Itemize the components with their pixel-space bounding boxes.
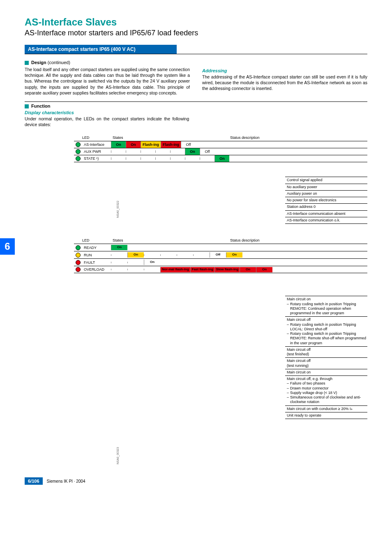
state-cell: Off (181, 141, 196, 148)
page-header: AS-Interface Slaves AS-Interface motor s… (25, 16, 367, 37)
status-description-item: AS-Interface communication absent (285, 210, 367, 217)
state-cell: Off (200, 148, 214, 155)
diagram-row: OVERLOADNor-mal flash-ingFast flash-ingS… (74, 266, 367, 273)
led-row-label: OVERLOAD (82, 266, 111, 273)
section-bar: AS-Interface compact starters IP65 (400 … (25, 45, 177, 54)
state-cell (170, 157, 185, 160)
state-cell: On (144, 260, 160, 265)
display-characteristics-body: Under normal operation, the LEDs on the … (25, 116, 189, 127)
state-cell (111, 262, 127, 263)
state-cell (193, 254, 210, 256)
state-cell (160, 254, 177, 256)
state-cell: Off (210, 252, 226, 258)
col-led: LED (82, 238, 111, 242)
square-bullet-icon (25, 104, 29, 108)
page-number: 6/106 (25, 477, 43, 485)
led-circle-icon (76, 253, 81, 258)
col-status: Status description (218, 238, 260, 242)
led-row-label: STATE ¹) (82, 155, 111, 162)
status-description-item: Station address 0 (285, 203, 367, 210)
state-cell (111, 157, 126, 160)
diagram-row: STATE ¹)On (74, 155, 367, 162)
status-description-item: Control signal applied (285, 177, 367, 183)
function-heading-text: Function (31, 104, 50, 108)
col-status: Status description (218, 136, 260, 140)
diagram-row: AUX PWROnOff (74, 148, 367, 155)
state-cell (127, 269, 144, 270)
status-description-item: Main circuit on with conduction ≥ 20% Iₙ (285, 405, 367, 412)
diagram-ref-1: NSA0_00322 (116, 201, 119, 218)
col-states: States (111, 136, 218, 140)
led-circle-icon (76, 267, 81, 272)
state-cell (144, 254, 160, 256)
function-heading: Function (25, 104, 367, 108)
state-cell (144, 269, 160, 270)
led-row-label: RUN (82, 252, 111, 258)
state-cell: On (185, 148, 200, 155)
state-cell: On (111, 141, 126, 148)
state-cell (185, 157, 200, 160)
diagram-row: AS-InterfaceOnOnFlash-ingFlash-ingOff (74, 141, 367, 148)
status-description-item: No power for slave electronics (285, 197, 367, 203)
design-body-left: The load itself and any other compact st… (25, 67, 190, 96)
design-heading-text: Design (31, 60, 46, 65)
state-cell (170, 150, 185, 153)
state-cell: On (240, 267, 256, 272)
led-row-label: FAULT (82, 259, 111, 266)
led-diagram-1: LED States Status description AS-Interfa… (74, 136, 367, 222)
status-description-item: No auxiliary power (285, 184, 367, 190)
led-diagram-2: LED States Status description READYOnRUN… (74, 238, 367, 468)
state-cell (177, 254, 193, 256)
status-description-item: Unit ready to operate (285, 412, 367, 419)
page-footer: 6/106 Siemens IK PI · 2004 (25, 477, 85, 485)
state-cell: Nor-mal flash-ing (160, 267, 190, 272)
design-heading: Design (continued) (25, 60, 367, 65)
state-cell (141, 157, 155, 160)
state-cell (111, 269, 127, 270)
status-description-item: Main circuit onRotary coding switch in p… (285, 296, 367, 316)
design-body-right: The addressing of the AS-Interface compa… (202, 74, 367, 92)
state-cell (155, 150, 170, 153)
state-cell: Slow flash-ing (214, 267, 240, 272)
diagram-ref-2: NSA0_00323 (116, 447, 119, 465)
state-cell: On (214, 155, 229, 162)
col-states: States (111, 238, 218, 242)
led-circle-icon (76, 156, 81, 161)
footer-text: Siemens IK PI · 2004 (47, 479, 85, 484)
state-cell (111, 254, 127, 256)
led-circle-icon (76, 142, 81, 147)
col-led: LED (82, 136, 111, 140)
status-description-item: Main circuit off(test running) (285, 357, 367, 369)
status-description-item: Main circuit on (285, 369, 367, 375)
state-cell: On (226, 252, 242, 258)
led-circle-icon (76, 245, 81, 250)
state-cell (127, 262, 144, 263)
state-cell: On (256, 267, 272, 272)
state-cell (200, 157, 214, 160)
diagram-row: RUNOnOffOn (74, 251, 367, 258)
status-description-item: AS-Interface communication o.k. (285, 217, 367, 224)
status-description-item: Main circuit off, e.g. throughFailure of… (285, 375, 367, 405)
led-row-label: AUX PWR (82, 148, 111, 155)
continued-label: (continued) (48, 60, 70, 65)
state-cell: On (127, 252, 144, 258)
led-row-label: READY (82, 244, 111, 251)
state-cell (126, 157, 141, 160)
state-cell: Flash-ing (161, 141, 181, 148)
state-cell (111, 150, 126, 153)
led-circle-icon (76, 260, 81, 265)
page-subtitle: AS-Interface motor starters and IP65/67 … (25, 29, 367, 37)
diagram-row: READYOn (74, 244, 367, 251)
square-bullet-icon (25, 61, 29, 65)
status-description-item: Main circuit off(test finished) (285, 346, 367, 358)
addressing-heading: Addressing (202, 68, 367, 73)
state-cell (126, 150, 141, 153)
status-description-item: Auxiliary power on (285, 190, 367, 197)
led-circle-icon (76, 149, 81, 154)
display-characteristics-heading: Display characteristics (25, 110, 367, 115)
state-cell (155, 157, 170, 160)
status-description-item: Main circuit offRotary coding switch in … (285, 316, 367, 346)
diagram-row: FAULTOn (74, 258, 367, 266)
state-cell: On (111, 245, 127, 250)
chapter-tab: 6 (0, 238, 15, 255)
